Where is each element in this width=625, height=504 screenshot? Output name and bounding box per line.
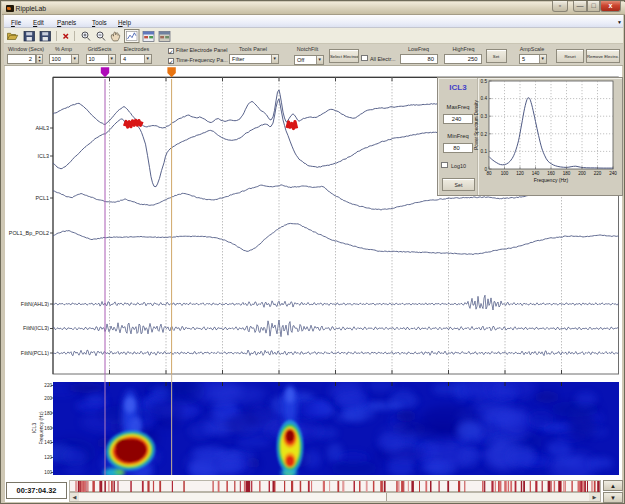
svg-text:160: 160 [547, 171, 555, 176]
svg-text:140: 140 [44, 440, 52, 445]
svg-text:200: 200 [578, 171, 586, 176]
svg-text:0.4: 0.4 [481, 96, 488, 101]
svg-text:Frequency (Hz): Frequency (Hz) [39, 411, 44, 444]
svg-text:Power Spectrum Density: Power Spectrum Density [474, 99, 479, 149]
svg-text:140: 140 [532, 171, 540, 176]
svg-text:200: 200 [44, 396, 52, 401]
svg-text:FiltN(PCL1): FiltN(PCL1) [21, 350, 49, 356]
svg-text:FiltN(ICL3): FiltN(ICL3) [23, 325, 49, 331]
svg-text:180: 180 [563, 171, 571, 176]
svg-text:0.5: 0.5 [481, 79, 488, 84]
svg-text:Frequency (Hz): Frequency (Hz) [534, 177, 569, 183]
svg-text:120: 120 [516, 171, 524, 176]
svg-text:FiltN(AHL3): FiltN(AHL3) [21, 301, 49, 307]
svg-text:240: 240 [609, 171, 617, 176]
svg-text:220: 220 [594, 171, 602, 176]
svg-text:120: 120 [44, 455, 52, 460]
svg-text:180: 180 [44, 411, 52, 416]
svg-text:160: 160 [44, 426, 52, 431]
svg-text:0.3: 0.3 [481, 114, 488, 119]
svg-text:POL1_Bp_POL2: POL1_Bp_POL2 [9, 230, 49, 236]
svg-text:ICL3: ICL3 [32, 423, 37, 433]
svg-text:100: 100 [501, 171, 509, 176]
svg-text:80: 80 [486, 171, 492, 176]
svg-text:0: 0 [484, 167, 487, 172]
svg-text:100: 100 [44, 470, 52, 475]
svg-text:220: 220 [44, 383, 52, 388]
svg-text:0.1: 0.1 [481, 149, 488, 154]
svg-text:0.2: 0.2 [481, 132, 488, 137]
